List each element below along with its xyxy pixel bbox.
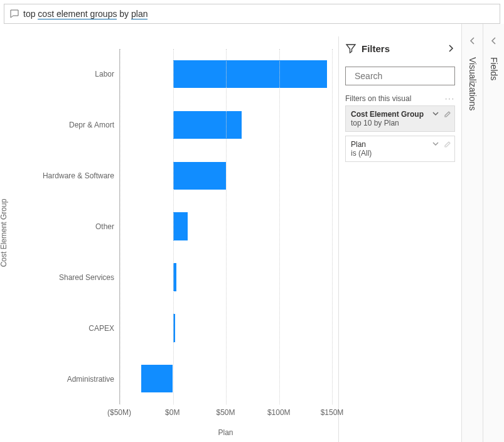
more-icon[interactable]: ···: [445, 94, 455, 103]
chevron-left-icon: [468, 36, 477, 45]
filter-search-input[interactable]: [355, 71, 464, 81]
eraser-icon[interactable]: [443, 110, 451, 117]
category-label: CAPEX: [38, 303, 119, 353]
x-tick-label: $150M: [321, 408, 344, 417]
chart-area: Cost Element Group LaborDepr & AmortHard…: [0, 24, 338, 442]
x-tick-label: $50M: [216, 408, 235, 417]
chat-icon: [9, 9, 19, 19]
qa-query-text: top cost element groups by plan: [23, 9, 147, 19]
chevron-right-icon[interactable]: [446, 44, 455, 53]
filter-search[interactable]: [345, 67, 455, 85]
chevron-down-icon[interactable]: [432, 140, 439, 148]
bar[interactable]: [173, 212, 188, 240]
category-labels: LaborDepr & AmortHardware & SoftwareOthe…: [38, 49, 119, 404]
category-label: Depr & Amort: [38, 100, 119, 151]
chevron-down-icon[interactable]: [432, 110, 439, 117]
bar[interactable]: [173, 162, 227, 190]
category-label: Labor: [38, 49, 119, 100]
bar[interactable]: [173, 60, 327, 88]
x-tick-label: ($50M): [107, 408, 131, 417]
x-tick-label: $100M: [267, 408, 291, 417]
fields-label: Fields: [489, 57, 499, 80]
bar[interactable]: [141, 365, 173, 392]
category-label: Hardware & Software: [38, 151, 119, 202]
filter-icon: [345, 43, 357, 54]
x-axis: ($50M)$0M$50M$100M$150M: [119, 406, 332, 423]
filters-pane: Filters Filters on this visual ··· Cost …: [338, 36, 461, 442]
bar[interactable]: [173, 111, 242, 139]
filters-section-label: Filters on this visual: [345, 94, 411, 103]
category-label: Other: [38, 202, 119, 252]
x-tick-label: $0M: [165, 408, 180, 417]
visualizations-pane-collapsed[interactable]: Visualizations: [461, 24, 483, 442]
qa-input-bar[interactable]: top cost element groups by plan: [4, 4, 500, 24]
category-label: Shared Services: [38, 252, 119, 303]
category-label: Administrative: [38, 353, 119, 404]
filter-card-cost-element-group[interactable]: Cost Element Group top 10 by Plan: [345, 105, 455, 132]
eraser-icon[interactable]: [443, 140, 451, 148]
visualizations-label: Visualizations: [468, 57, 478, 110]
fields-pane-collapsed[interactable]: Fields: [483, 24, 504, 442]
x-axis-label: Plan: [119, 428, 332, 437]
filters-header[interactable]: Filters: [345, 43, 455, 54]
chevron-left-icon: [490, 36, 498, 45]
y-axis-label: Cost Element Group: [0, 199, 8, 267]
plot-area: [119, 49, 332, 404]
filter-card-plan[interactable]: Plan is (All): [345, 136, 455, 162]
